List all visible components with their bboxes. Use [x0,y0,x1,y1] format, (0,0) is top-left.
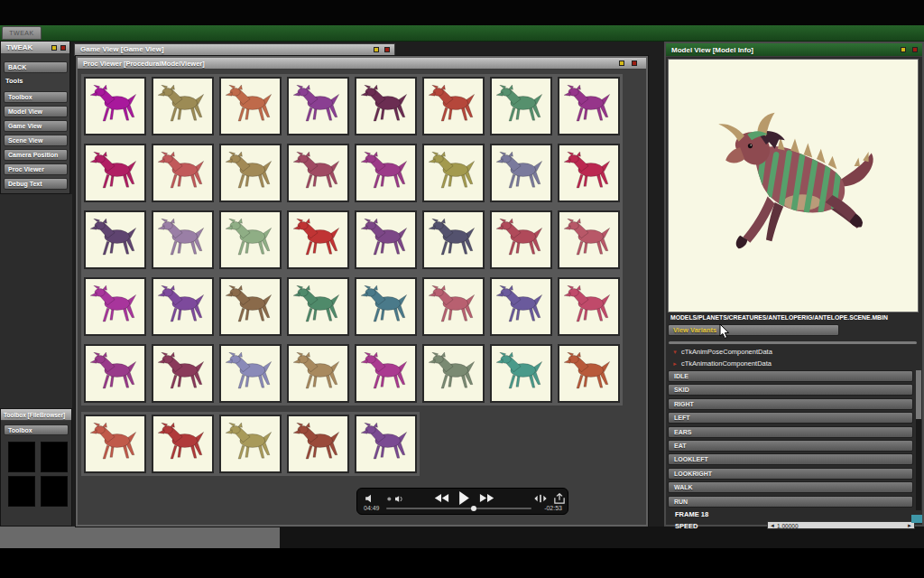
creature-thumbnail[interactable] [152,277,214,336]
sidebar-item-debug-text[interactable]: Debug Text [4,178,68,190]
game-view-window-titlebar[interactable]: Game View [Game View] [74,43,395,56]
creature-thumbnail[interactable] [422,344,485,403]
close-icon[interactable] [912,47,918,52]
tweak-panel-titlebar[interactable]: TWEAK [1,42,69,54]
decrement-icon[interactable]: ◄ [770,522,775,529]
creature-thumbnail[interactable] [558,344,620,403]
animation-button-lookleft[interactable]: LOOKLEFT [668,453,913,465]
scrollbar-thumb[interactable] [916,370,921,419]
scrollbar[interactable] [916,370,921,510]
creature-thumbnail[interactable] [219,77,282,135]
creature-thumbnail[interactable] [422,77,485,135]
animation-button-lookright[interactable]: LOOKRIGHT [668,468,913,480]
file-slot[interactable] [8,476,35,507]
creature-thumbnail[interactable] [84,415,146,473]
creature-thumbnail[interactable] [152,77,214,135]
file-slot[interactable] [41,476,68,507]
progress-bar[interactable] [386,508,531,509]
creature-thumbnail[interactable] [490,77,552,135]
creature-thumbnail[interactable] [219,144,282,202]
creature-thumbnail[interactable] [287,77,349,135]
creature-thumbnail[interactable] [355,415,417,473]
back-button[interactable]: BACK [4,61,68,73]
creature-thumbnail[interactable] [422,144,485,202]
model-3d-viewport[interactable] [668,59,919,312]
animation-button-skid[interactable]: SKID [668,384,913,396]
toolbox-panel-titlebar[interactable]: Toolbox [FileBrowser] [1,409,71,421]
creature-thumbnail[interactable] [84,77,146,135]
tweak-top-tab[interactable]: TWEAK [2,26,42,40]
proc-viewer-titlebar[interactable]: Proc Viewer [ProceduralModelViewer] [78,58,646,70]
creature-thumbnail[interactable] [84,210,146,269]
minimize-icon[interactable] [619,61,624,66]
creature-thumbnail[interactable] [355,210,417,269]
creature-thumbnail[interactable] [422,210,485,269]
creature-thumbnail[interactable] [558,210,620,269]
sidebar-item-camera-position[interactable]: Camera Position [4,149,68,161]
creature-thumbnail[interactable] [490,277,552,336]
creature-thumbnail[interactable] [152,144,214,202]
creature-thumbnail[interactable] [355,77,417,135]
animation-button-ears[interactable]: EARS [668,426,913,438]
creature-thumbnail[interactable] [287,415,349,473]
creature-thumbnail[interactable] [84,144,146,202]
frame-step-icon[interactable] [534,494,547,503]
component-tree-row[interactable]: ▼cTkAnimPoseComponentData [669,347,917,358]
animation-button-left[interactable]: LEFT [668,412,913,424]
minimize-icon[interactable] [374,47,379,52]
creature-thumbnail[interactable] [355,277,417,336]
close-icon[interactable] [632,61,637,66]
progress-handle[interactable] [471,506,476,511]
creature-thumbnail[interactable] [490,144,552,202]
creature-thumbnail[interactable] [422,277,485,336]
creature-thumbnail[interactable] [219,415,282,473]
creature-thumbnail[interactable] [490,210,552,269]
expander-triangle-icon[interactable]: ► [672,361,678,367]
sidebar-item-model-view[interactable]: Model View [4,106,68,117]
creature-thumbnail[interactable] [152,415,214,473]
sidebar-item-toolbox[interactable]: Toolbox [4,91,68,103]
component-tree-row[interactable]: ►cTkAnimationComponentData [669,359,917,369]
sidebar-item-scene-view[interactable]: Scene View [4,135,68,146]
minimize-icon[interactable] [51,45,57,51]
creature-thumbnail[interactable] [219,210,282,269]
fast-forward-icon[interactable] [479,493,495,503]
expander-triangle-icon[interactable]: ▼ [672,350,678,355]
toolbox-button[interactable]: Toolbox [4,424,69,435]
sidebar-item-game-view[interactable]: Game View [4,120,68,132]
creature-thumbnail[interactable] [558,277,620,336]
animation-button-walk[interactable]: WALK [668,481,913,493]
creature-thumbnail[interactable] [152,344,214,403]
creature-thumbnail[interactable] [84,344,146,403]
volume-icon[interactable] [365,494,377,503]
speed-spinner[interactable]: ◄ 1.00000 ► [767,521,915,529]
rewind-icon[interactable] [433,493,449,503]
increment-icon[interactable]: ► [907,522,912,529]
creature-thumbnail[interactable] [355,144,417,202]
animation-button-right[interactable]: RIGHT [668,398,913,410]
file-slot[interactable] [8,442,35,472]
creature-thumbnail[interactable] [287,144,349,202]
sidebar-item-proc-viewer[interactable]: Proc Viewer [4,163,68,175]
close-icon[interactable] [60,45,66,51]
creature-thumbnail[interactable] [287,344,349,403]
minimize-icon[interactable] [901,47,906,52]
creature-thumbnail[interactable] [152,210,214,269]
creature-thumbnail[interactable] [558,144,620,202]
creature-thumbnail[interactable] [490,344,552,403]
creature-thumbnail[interactable] [558,77,620,135]
creature-thumbnail[interactable] [287,277,349,336]
creature-thumbnail[interactable] [287,210,349,269]
creature-thumbnail[interactable] [219,277,282,336]
share-icon[interactable] [554,493,565,504]
creature-thumbnail[interactable] [219,344,282,403]
creature-thumbnail[interactable] [355,344,417,403]
creature-thumbnail[interactable] [84,277,146,336]
animation-button-run[interactable]: RUN [668,496,913,508]
view-variants-button[interactable]: View Variants [668,324,839,336]
animation-button-idle[interactable]: IDLE [668,370,913,382]
model-view-titlebar[interactable]: Model View [Model Info] [666,43,922,57]
close-icon[interactable] [384,47,390,52]
play-icon[interactable] [458,491,470,505]
animation-button-eat[interactable]: EAT [668,440,913,452]
